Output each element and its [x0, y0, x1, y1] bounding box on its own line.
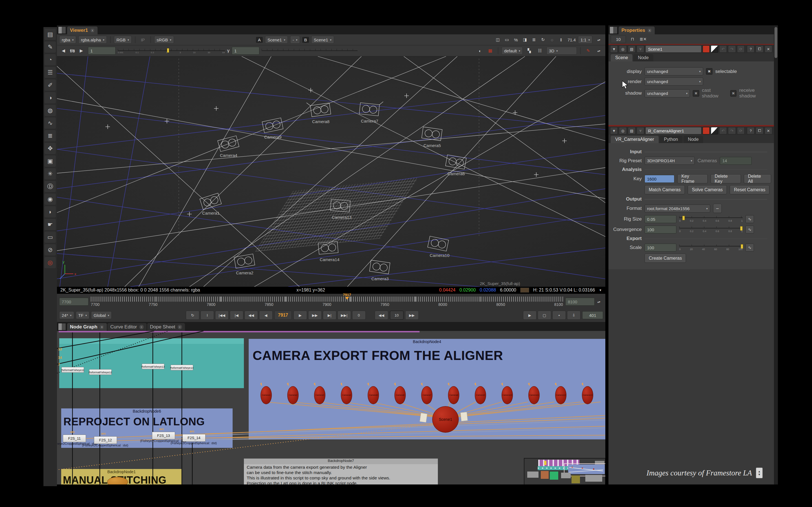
- rig-size-slider[interactable]: 00.20.40.60.81: [679, 215, 743, 223]
- ofx-icon[interactable]: ⊘: [45, 244, 56, 256]
- revert-icon[interactable]: ⟳: [737, 45, 745, 53]
- node-reformat[interactable]: ReformatFisheye12: [89, 369, 112, 375]
- guides-icon[interactable]: ▦: [486, 47, 495, 54]
- close-panel-icon[interactable]: ✕: [765, 45, 772, 53]
- roi-icon[interactable]: ◌: [548, 36, 556, 43]
- node-camera[interactable]: Camera6: [395, 386, 406, 404]
- animation-curve-button[interactable]: ∿: [746, 226, 754, 233]
- scale-input[interactable]: 100: [645, 244, 676, 251]
- collapse-timeline-icon[interactable]: ▴▾: [595, 298, 603, 305]
- help-icon[interactable]: ?: [747, 45, 755, 53]
- reset-cameras-button[interactable]: Reset Cameras: [730, 185, 769, 194]
- revert-icon[interactable]: ⟳: [737, 127, 745, 134]
- wrench-icon[interactable]: ⑂: [637, 45, 644, 53]
- pane-menu-icon[interactable]: [58, 323, 66, 330]
- wipe-dropdown[interactable]: -▾: [290, 36, 300, 44]
- proxy-icon[interactable]: %: [512, 36, 520, 43]
- tab-viewer1[interactable]: Viewer1 x: [67, 26, 98, 34]
- gain-preset-dropdown[interactable]: default▾: [502, 47, 523, 55]
- wrench-icon[interactable]: ⑂: [637, 127, 644, 134]
- tab-node[interactable]: Node: [633, 54, 653, 61]
- convergence-input[interactable]: 100: [645, 226, 676, 233]
- node-camera[interactable]: Camera5: [368, 386, 379, 404]
- collapse-icon[interactable]: ▼: [610, 127, 618, 134]
- solve-cameras-button[interactable]: Solve Cameras: [688, 185, 727, 194]
- node-small[interactable]: [460, 412, 468, 421]
- display-dropdown[interactable]: unchanged▾: [645, 67, 703, 75]
- hand-tool-icon[interactable]: ☛: [45, 219, 56, 230]
- match-cameras-button[interactable]: Match Cameras: [645, 185, 685, 194]
- goto-end-icon[interactable]: ▶▶|: [338, 311, 351, 320]
- tab-vr-cameraaligner[interactable]: VR_CameraAligner: [611, 136, 659, 143]
- out-point-icon[interactable]: 0: [352, 311, 366, 320]
- tab-properties[interactable]: Properties x: [619, 26, 655, 34]
- annotate-icon[interactable]: ✎: [584, 47, 592, 54]
- render-icon[interactable]: ⇩: [567, 311, 580, 320]
- status-expand-icon[interactable]: ▼: [599, 288, 602, 292]
- view-mode-dropdown[interactable]: 3D▾: [546, 47, 577, 55]
- screengrab-icon[interactable]: ▤: [628, 45, 636, 53]
- format-minus-button[interactable]: –: [713, 204, 722, 213]
- layers-icon[interactable]: ≣: [45, 130, 56, 142]
- refresh-icon[interactable]: ↻: [539, 36, 547, 43]
- lock-panels-icon[interactable]: ⊓: [628, 36, 637, 43]
- alpha-dropdown[interactable]: rgba.alpha▾: [79, 36, 107, 44]
- input-process-toggle[interactable]: IP: [139, 36, 147, 43]
- gamepad-icon[interactable]: ▚: [525, 47, 534, 54]
- tab-node-graph[interactable]: Node Graphx: [67, 323, 107, 331]
- step-forward-button[interactable]: ▶▶: [405, 311, 419, 320]
- card-icon[interactable]: ▭: [45, 231, 56, 243]
- stop-icon[interactable]: ▢: [538, 311, 551, 320]
- loop-mode-icon[interactable]: ↻: [186, 311, 199, 320]
- brush-icon[interactable]: ✎: [45, 41, 56, 53]
- gamma-slider[interactable]: [262, 47, 357, 54]
- tab-curve-editor[interactable]: Curve Editorx: [107, 323, 146, 331]
- timer-icon[interactable]: ◔: [45, 54, 56, 65]
- node-camera[interactable]: Camera9: [475, 386, 486, 404]
- node-f2s[interactable]: F2S_12: [94, 436, 117, 444]
- node-small[interactable]: [419, 413, 427, 422]
- close-icon[interactable]: x: [139, 325, 144, 329]
- properties-scrollbar[interactable]: [774, 25, 778, 485]
- screengrab-icon[interactable]: ▤: [628, 127, 636, 134]
- lock-range-icon[interactable]: ▪: [552, 311, 566, 320]
- ratio-dropdown[interactable]: 1:1▾: [578, 36, 592, 44]
- close-icon[interactable]: x: [647, 28, 652, 33]
- node-camera[interactable]: Camera11: [528, 386, 540, 404]
- prev-keyframe-icon[interactable]: |◀: [230, 311, 243, 320]
- key-frame-button[interactable]: Key Frame: [677, 174, 708, 183]
- rig-size-input[interactable]: 0.05: [645, 215, 676, 223]
- close-icon[interactable]: x: [90, 28, 95, 33]
- deep-icon[interactable]: Ⓓ: [45, 181, 56, 192]
- in-point-icon[interactable]: I: [200, 311, 214, 320]
- collapse-icon[interactable]: ▼: [610, 45, 618, 53]
- selectable-checkbox[interactable]: ✖: [706, 68, 712, 75]
- scroll-spinner[interactable]: ▲▼: [756, 467, 763, 478]
- next-stop-icon[interactable]: ▶: [77, 47, 86, 54]
- help-icon[interactable]: ?: [747, 127, 755, 134]
- node-camera[interactable]: Camera3: [314, 386, 325, 404]
- dag-minimap[interactable]: [524, 458, 605, 485]
- clear-panels-icon[interactable]: ≣✕: [639, 36, 647, 43]
- current-frame-display[interactable]: 7917: [274, 311, 292, 320]
- pause-icon[interactable]: ‖: [557, 36, 565, 43]
- node-camera[interactable]: Camera8: [448, 386, 459, 404]
- particles-icon[interactable]: ✳: [45, 168, 56, 179]
- draw-icon[interactable]: ✐: [45, 79, 56, 91]
- pane-menu-icon[interactable]: [610, 26, 617, 34]
- close-icon[interactable]: x: [100, 325, 104, 329]
- monitor-out-icon[interactable]: ◫: [494, 36, 502, 43]
- receive-shadow-checkbox[interactable]: ✖: [730, 90, 737, 97]
- node-camera[interactable]: Camera12: [555, 386, 566, 404]
- node-camera[interactable]: Camera13: [582, 386, 593, 404]
- cube-3d-icon[interactable]: ▣: [45, 156, 56, 167]
- key-input[interactable]: 1600: [645, 175, 674, 183]
- range-mode-dropdown[interactable]: Global▾: [91, 311, 112, 319]
- play-backward-fast-icon[interactable]: ◀◀: [245, 311, 258, 320]
- delete-key-button[interactable]: Delete Key: [711, 174, 741, 183]
- eye-icon[interactable]: ◉: [45, 193, 56, 205]
- tab-node[interactable]: Node: [683, 136, 703, 143]
- tab-scene[interactable]: Scene: [611, 54, 632, 61]
- zoom-level[interactable]: 71.4: [567, 38, 576, 42]
- max-panels-input[interactable]: 10: [611, 35, 626, 43]
